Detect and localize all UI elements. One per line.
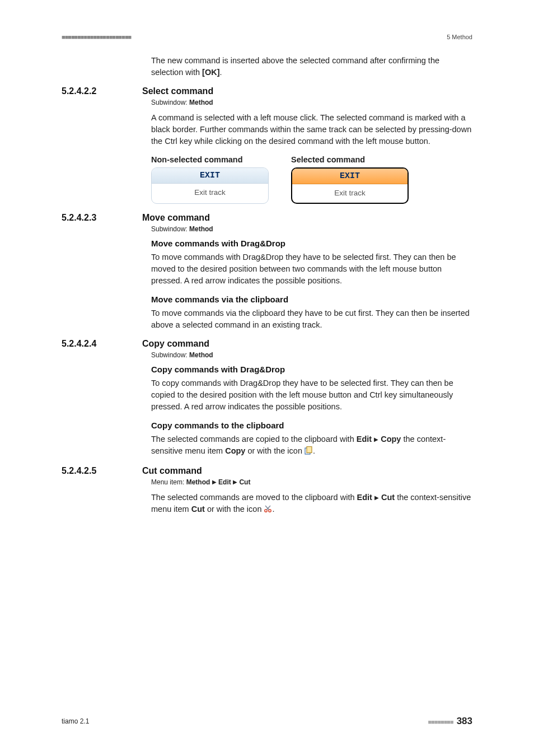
move-clipboard-paragraph: To move commands via the clipboard they … bbox=[151, 307, 472, 331]
copy-p2a: The selected commands are copied to the … bbox=[151, 435, 357, 444]
cut-label2: Cut bbox=[191, 505, 205, 514]
subwindow-label: Subwindow: Method bbox=[151, 351, 472, 359]
footer-right: ■■■■■■■■383 bbox=[428, 716, 472, 727]
command-visual-examples: Non-selected command Selected command EX… bbox=[151, 155, 472, 204]
section-cut-command: 5.2.4.2.5 Cut command Menu item: Method … bbox=[62, 466, 472, 516]
intro-text: The new command is inserted above the se… bbox=[151, 56, 439, 77]
footer-left: tiamo 2.1 bbox=[62, 717, 89, 725]
copy-dragdrop-paragraph: To copy commands with Drag&Drop they hav… bbox=[151, 377, 472, 413]
card-subtitle: Exit track bbox=[292, 184, 407, 203]
section-title: Select command bbox=[142, 86, 213, 96]
subwindow-value: Method bbox=[189, 99, 213, 106]
footer-dots: ■■■■■■■■ bbox=[428, 718, 453, 725]
cut-label: Cut bbox=[381, 493, 395, 502]
intro-paragraph: The new command is inserted above the se… bbox=[151, 55, 472, 78]
triangle-icon: ▶ bbox=[233, 479, 237, 485]
section-select-command: 5.2.4.2.2 Select command Subwindow: Meth… bbox=[62, 86, 472, 204]
cut-p1d: . bbox=[272, 505, 274, 514]
menu-item-label: Menu item: Method ▶ Edit ▶ Cut bbox=[151, 478, 472, 486]
command-headers: Non-selected command Selected command bbox=[151, 155, 472, 164]
svg-rect-1 bbox=[307, 447, 312, 453]
section-copy-command: 5.2.4.2.4 Copy command Subwindow: Method… bbox=[62, 339, 472, 458]
scissors-icon bbox=[264, 505, 272, 516]
section-number: 5.2.4.2.3 bbox=[62, 213, 129, 223]
copy-clipboard-paragraph: The selected commands are copied to the … bbox=[151, 433, 472, 458]
cut-paragraph: The selected commands are moved to the c… bbox=[151, 492, 472, 516]
section-heading-row: 5.2.4.2.4 Copy command bbox=[62, 339, 472, 349]
move-clipboard-heading: Move commands via the clipboard bbox=[151, 295, 472, 304]
subwindow-label: Subwindow: Method bbox=[151, 225, 472, 233]
triangle-icon: ▶ bbox=[374, 494, 379, 501]
card-subtitle: Exit track bbox=[152, 184, 268, 202]
section-title: Cut command bbox=[142, 466, 202, 476]
chapter-label: 5 Method bbox=[447, 34, 472, 40]
triangle-icon: ▶ bbox=[374, 436, 378, 442]
section-heading-row: 5.2.4.2.5 Cut command bbox=[62, 466, 472, 476]
edit-label: Edit bbox=[357, 493, 372, 502]
copy-clipboard-heading: Copy commands to the clipboard bbox=[151, 421, 472, 430]
header-dots: ■■■■■■■■■■■■■■■■■■■■■■ bbox=[62, 34, 131, 40]
intro-tail: . bbox=[220, 68, 222, 77]
subwindow-value: Method bbox=[189, 351, 213, 359]
section-heading-row: 5.2.4.2.3 Move command bbox=[62, 213, 472, 223]
page-footer: tiamo 2.1 ■■■■■■■■383 bbox=[62, 716, 472, 727]
section-number: 5.2.4.2.4 bbox=[62, 339, 129, 349]
page-header: ■■■■■■■■■■■■■■■■■■■■■■ 5 Method bbox=[62, 34, 472, 40]
copy-p2d: . bbox=[313, 446, 315, 455]
section-title: Copy command bbox=[142, 339, 209, 349]
section-title: Move command bbox=[142, 213, 210, 223]
copy-p2c: or with the icon bbox=[245, 446, 305, 455]
command-card-nonselected: EXIT Exit track bbox=[151, 167, 269, 204]
subwindow-prefix: Subwindow: bbox=[151, 225, 189, 233]
cut-p1a: The selected commands are moved to the c… bbox=[151, 493, 357, 502]
triangle-icon: ▶ bbox=[212, 479, 217, 485]
card-title: EXIT bbox=[152, 168, 268, 184]
subwindow-value: Method bbox=[189, 225, 213, 233]
copy-icon bbox=[305, 446, 313, 458]
menu-prefix: Menu item: bbox=[151, 478, 186, 486]
section-number: 5.2.4.2.2 bbox=[62, 86, 129, 96]
header-selected: Selected command bbox=[291, 155, 409, 164]
card-title: EXIT bbox=[292, 169, 407, 184]
menu-method: Method bbox=[186, 478, 210, 486]
section-heading-row: 5.2.4.2.2 Select command bbox=[62, 86, 472, 96]
header-nonselected: Non-selected command bbox=[151, 155, 269, 164]
ok-label: [OK] bbox=[202, 68, 219, 77]
section-move-command: 5.2.4.2.3 Move command Subwindow: Method… bbox=[62, 213, 472, 331]
page-number: 383 bbox=[457, 716, 472, 726]
move-dragdrop-paragraph: To move commands with Drag&Drop they hav… bbox=[151, 251, 472, 287]
menu-edit: Edit bbox=[218, 478, 231, 486]
copy-dragdrop-heading: Copy commands with Drag&Drop bbox=[151, 365, 472, 374]
copy-label: Copy bbox=[381, 435, 401, 444]
subwindow-prefix: Subwindow: bbox=[151, 99, 189, 106]
section-number: 5.2.4.2.5 bbox=[62, 466, 129, 476]
edit-label: Edit bbox=[357, 435, 372, 444]
select-command-paragraph: A command is selected with a left mouse … bbox=[151, 112, 472, 147]
cut-p1c: or with the icon bbox=[205, 505, 264, 514]
copy-label2: Copy bbox=[225, 446, 245, 455]
subwindow-label: Subwindow: Method bbox=[151, 99, 472, 106]
move-dragdrop-heading: Move commands with Drag&Drop bbox=[151, 239, 472, 248]
command-card-selected: EXIT Exit track bbox=[291, 167, 409, 204]
command-row: EXIT Exit track EXIT Exit track bbox=[151, 167, 472, 204]
menu-cut: Cut bbox=[239, 478, 250, 486]
subwindow-prefix: Subwindow: bbox=[151, 351, 189, 359]
